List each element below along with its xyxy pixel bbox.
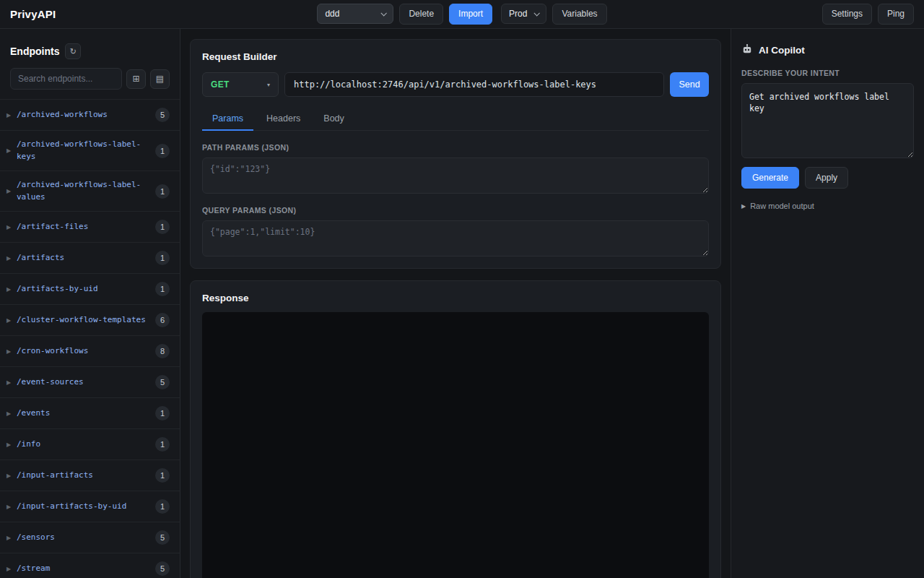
endpoint-list: ▶/archived-workflows5▶/archived-workflow… — [0, 99, 180, 578]
endpoint-path: /input-artifacts — [17, 470, 149, 482]
copilot-header: AI Copilot — [741, 43, 914, 57]
tab-params[interactable]: Params — [202, 107, 253, 130]
robot-icon — [741, 43, 753, 57]
endpoint-list-item[interactable]: ▶/event-sources5 — [0, 366, 180, 397]
endpoint-count-badge: 8 — [155, 344, 170, 358]
endpoint-count-badge: 6 — [155, 313, 170, 327]
endpoint-list-item[interactable]: ▶/artifact-files1 — [0, 211, 180, 242]
endpoint-list-item[interactable]: ▶/input-artifacts1 — [0, 460, 180, 491]
collection-select[interactable]: ddd — [317, 4, 393, 24]
endpoint-path: /archived-workflows — [17, 109, 149, 121]
topbar-center: ddd Delete Import Prod Variables — [317, 4, 606, 24]
delete-button[interactable]: Delete — [399, 4, 443, 24]
list-icon: ▤ — [156, 74, 164, 84]
endpoint-path: /stream — [17, 563, 149, 575]
raw-model-output-label: Raw model output — [750, 202, 814, 210]
chevron-right-icon: ▶ — [6, 286, 17, 293]
chevron-right-icon: ▶ — [741, 203, 746, 210]
endpoint-count-badge: 1 — [155, 220, 170, 234]
chevron-right-icon: ▶ — [6, 535, 17, 541]
refresh-button[interactable]: ↻ — [65, 43, 81, 59]
variables-button[interactable]: Variables — [552, 4, 606, 24]
chevron-right-icon: ▶ — [6, 188, 17, 194]
endpoint-list-item[interactable]: ▶/sensors5 — [0, 522, 180, 553]
chevron-right-icon: ▶ — [6, 317, 17, 324]
endpoint-path: /artifact-files — [17, 221, 149, 233]
endpoint-list-item[interactable]: ▶/cluster-workflow-templates6 — [0, 304, 180, 335]
endpoint-list-item[interactable]: ▶/archived-workflows-label-keys1 — [0, 130, 180, 171]
method-select[interactable]: GET ▾ — [202, 72, 279, 97]
grid-view-button[interactable]: ⊞ — [126, 69, 146, 89]
search-input[interactable] — [10, 68, 122, 90]
ai-copilot-panel: AI Copilot DESCRIBE YOUR INTENT Get arch… — [731, 29, 924, 578]
endpoint-list-item[interactable]: ▶/cron-workflows8 — [0, 335, 180, 366]
endpoint-path: /event-sources — [17, 376, 149, 389]
endpoint-path: /input-artifacts-by-uid — [17, 501, 149, 513]
intent-label: DESCRIBE YOUR INTENT — [741, 69, 914, 77]
endpoint-count-badge: 1 — [155, 282, 170, 296]
apply-button[interactable]: Apply — [805, 167, 848, 189]
endpoint-count-badge: 1 — [155, 251, 170, 265]
endpoint-count-badge: 5 — [155, 375, 170, 389]
ping-button[interactable]: Ping — [878, 4, 914, 24]
request-row: GET ▾ Send — [202, 72, 709, 97]
endpoint-path: /archived-workflows-label-values — [17, 179, 149, 203]
request-tabs: ParamsHeadersBody — [202, 107, 709, 131]
endpoint-count-badge: 1 — [155, 499, 170, 514]
settings-button[interactable]: Settings — [822, 4, 872, 24]
chevron-right-icon: ▶ — [6, 348, 17, 355]
endpoint-list-item[interactable]: ▶/stream5 — [0, 553, 180, 578]
endpoint-count-badge: 1 — [155, 144, 170, 158]
refresh-icon: ↻ — [70, 47, 77, 56]
generate-button[interactable]: Generate — [741, 167, 799, 189]
chevron-right-icon: ▶ — [6, 255, 17, 262]
endpoint-list-item[interactable]: ▶/input-artifacts-by-uid1 — [0, 491, 180, 522]
chevron-right-icon: ▶ — [6, 473, 17, 479]
main-panel: Request Builder GET ▾ Send ParamsHeaders… — [180, 29, 731, 578]
chevron-right-icon: ▶ — [6, 410, 17, 417]
topbar-left: PrivyAPI — [10, 8, 317, 20]
chevron-right-icon: ▶ — [6, 441, 17, 448]
import-button[interactable]: Import — [449, 4, 492, 24]
environment-select[interactable]: Prod — [501, 4, 546, 24]
endpoint-path: /archived-workflows-label-keys — [17, 139, 149, 163]
chevron-right-icon: ▶ — [6, 379, 17, 386]
endpoints-title: Endpoints — [10, 46, 59, 57]
endpoint-list-item[interactable]: ▶/info1 — [0, 428, 180, 460]
tab-headers[interactable]: Headers — [256, 107, 310, 130]
send-button[interactable]: Send — [670, 72, 709, 97]
chevron-right-icon: ▶ — [6, 566, 17, 572]
environment-select-value: Prod — [509, 9, 527, 19]
endpoint-list-item[interactable]: ▶/artifacts-by-uid1 — [0, 273, 180, 304]
endpoint-path: /artifacts — [17, 252, 149, 264]
query-params-textarea[interactable] — [202, 220, 709, 256]
request-builder-card: Request Builder GET ▾ Send ParamsHeaders… — [190, 39, 721, 269]
endpoint-list-item[interactable]: ▶/artifacts1 — [0, 242, 180, 273]
chevron-right-icon: ▶ — [6, 112, 17, 118]
endpoint-list-item[interactable]: ▶/events1 — [0, 397, 180, 428]
topbar: PrivyAPI ddd Delete Import Prod Variable… — [0, 0, 924, 29]
response-title: Response — [202, 293, 709, 303]
intent-textarea[interactable]: Get archived workflows label key — [741, 83, 914, 158]
tab-body[interactable]: Body — [313, 107, 354, 130]
response-card: Response — [190, 280, 721, 578]
raw-model-output-toggle[interactable]: ▶ Raw model output — [741, 202, 914, 210]
endpoint-list-item[interactable]: ▶/archived-workflows5 — [0, 99, 180, 130]
url-input[interactable] — [284, 72, 664, 97]
endpoint-path: /cron-workflows — [17, 345, 149, 358]
request-builder-title: Request Builder — [202, 51, 709, 62]
collection-select-value: ddd — [325, 9, 339, 19]
topbar-right: Settings Ping — [607, 4, 914, 24]
chevron-right-icon: ▶ — [6, 224, 17, 230]
endpoint-count-badge: 1 — [155, 437, 170, 452]
endpoint-count-badge: 5 — [155, 561, 170, 576]
endpoint-list-item[interactable]: ▶/archived-workflows-label-values1 — [0, 171, 180, 211]
endpoint-count-badge: 5 — [155, 108, 170, 122]
path-params-textarea[interactable] — [202, 158, 709, 194]
chevron-down-icon: ▾ — [267, 82, 270, 88]
endpoint-path: /cluster-workflow-templates — [17, 314, 149, 327]
list-view-button[interactable]: ▤ — [150, 69, 170, 89]
chevron-right-icon: ▶ — [6, 504, 17, 510]
endpoint-count-badge: 5 — [155, 530, 170, 545]
endpoint-path: /sensors — [17, 532, 149, 544]
